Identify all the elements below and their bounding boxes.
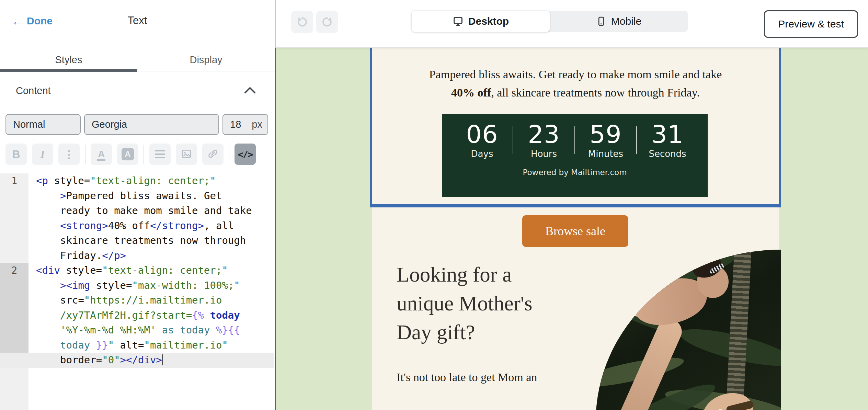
mobile-icon xyxy=(596,16,606,26)
tab-display[interactable]: Display xyxy=(137,50,275,69)
toolbar-divider xyxy=(144,145,144,164)
browse-sale-button[interactable]: Browse sale xyxy=(522,215,628,247)
timer-value: 59 xyxy=(590,122,622,147)
line-number-gutter xyxy=(0,218,28,234)
timer-label: Hours xyxy=(531,149,557,159)
desktop-label: Desktop xyxy=(468,15,509,27)
preview-and-test-button[interactable]: Preview & test xyxy=(764,10,858,38)
font-size-value: 18 xyxy=(230,119,241,130)
html-source-editor[interactable]: 1<p style="text-align: center;">Pampered… xyxy=(0,173,274,410)
content-section-label: Content xyxy=(16,85,51,96)
selection-border-bottom xyxy=(370,204,781,207)
device-toggle: Desktop Mobile xyxy=(412,11,688,32)
code-line: <strong>40% off</strong>, all xyxy=(28,218,274,234)
heading-line: unique Mother's xyxy=(397,289,533,318)
text-cursor xyxy=(162,354,163,365)
code-line: >Pampered bliss awaits. Get xyxy=(28,189,274,204)
text-block-settings-panel: ← Done Text Styles Display Content Norma… xyxy=(0,0,275,410)
chevron-up-icon[interactable] xyxy=(242,84,258,97)
code-line: border="0"></div> xyxy=(28,353,274,368)
font-family-dropdown[interactable]: Georgia xyxy=(84,114,219,135)
tab-styles[interactable]: Styles xyxy=(0,50,137,69)
italic-icon: I xyxy=(41,148,45,161)
font-size-unit: px xyxy=(252,119,262,130)
code-line: <p style="text-align: center;" xyxy=(28,173,274,189)
toolbar-divider xyxy=(229,145,229,164)
timer-unit-days: 06Days xyxy=(452,122,513,159)
image-button[interactable] xyxy=(176,144,197,165)
selected-text-block[interactable]: Pampered bliss awaits. Get ready to make… xyxy=(392,65,758,102)
code-row: >Pampered bliss awaits. Get xyxy=(0,189,274,204)
redo-button[interactable] xyxy=(316,11,338,33)
highlight-color-button[interactable]: A xyxy=(117,144,138,165)
timer-label: Minutes xyxy=(588,149,623,159)
app-window: ← Done Text Styles Display Content Norma… xyxy=(0,0,868,410)
email-body: Pampered bliss awaits. Get ready to make… xyxy=(372,48,779,410)
countdown-timer-image[interactable]: 06Days23Hours59Minutes31Seconds Powered … xyxy=(442,114,708,197)
timer-label: Seconds xyxy=(649,149,686,159)
code-line: Friday.</p> xyxy=(28,248,274,263)
code-row: ><img style="max-width: 100%;" xyxy=(0,278,274,293)
panel-title: Text xyxy=(0,14,275,27)
font-size-input[interactable]: 18 px xyxy=(222,114,268,135)
line-number-gutter xyxy=(0,203,28,218)
code-row: /xy7TArMf2H.gif?start={% today xyxy=(0,308,274,323)
timer-unit-hours: 23Hours xyxy=(513,122,574,159)
line-number-gutter xyxy=(0,278,28,293)
code-line: ><img style="max-width: 100%;" xyxy=(28,278,274,293)
desktop-toggle[interactable]: Desktop xyxy=(412,11,550,32)
code-row: src="https://i.mailtimer.io xyxy=(0,293,274,308)
line-number-gutter xyxy=(0,323,28,338)
mothers-day-section[interactable]: Looking for aunique Mother'sDay gift? It… xyxy=(372,244,779,410)
font-family-value: Georgia xyxy=(92,119,127,130)
mobile-toggle[interactable]: Mobile xyxy=(550,11,688,32)
code-row: ready to make mom smile and take xyxy=(0,203,274,218)
link-icon xyxy=(207,148,219,161)
code-line: ready to make mom smile and take xyxy=(28,203,274,218)
mother-baby-photo xyxy=(596,250,781,410)
code-line: '%Y-%m-%d %H:%M' as today %}{{ xyxy=(28,323,274,338)
section-body-text: It's not too late to get Mom an xyxy=(397,371,537,384)
highlight-color-icon: A xyxy=(122,148,134,160)
bold-icon: B xyxy=(12,148,20,161)
preview-toolbar: Desktop Mobile Preview & test xyxy=(276,0,868,48)
line-number-gutter xyxy=(0,308,28,323)
source-code-button[interactable]: </> xyxy=(235,144,256,165)
code-line: src="https://i.mailtimer.io xyxy=(28,293,274,308)
email-preview-canvas: Pampered bliss awaits. Get ready to make… xyxy=(276,48,868,410)
text-color-button[interactable]: A xyxy=(91,144,112,165)
selection-border-left xyxy=(370,48,372,207)
line-number-gutter xyxy=(0,293,28,308)
line-number-gutter: 2 xyxy=(0,263,28,278)
selection-border-right xyxy=(779,48,781,207)
timer-unit-seconds: 31Seconds xyxy=(637,122,698,159)
redo-icon xyxy=(321,16,333,28)
heading-line: Day gift? xyxy=(397,318,533,347)
paragraph-rest: , all skincare treatments now through Fr… xyxy=(491,86,700,99)
active-tab-underline xyxy=(0,69,137,72)
paragraph-style-dropdown[interactable]: Normal xyxy=(5,114,81,135)
more-options-button[interactable]: ⋮ xyxy=(58,144,80,165)
code-row: today }}" alt="mailtimer.io" xyxy=(0,338,274,353)
italic-button[interactable]: I xyxy=(32,144,53,165)
undo-button[interactable] xyxy=(291,11,313,33)
align-button[interactable] xyxy=(149,144,171,165)
code-row: 1<p style="text-align: center;" xyxy=(0,173,274,189)
panel-header: ← Done Text xyxy=(0,0,275,41)
countdown-units: 06Days23Hours59Minutes31Seconds xyxy=(442,122,708,159)
code-row: 2<div style="text-align: center;" xyxy=(0,263,274,278)
timer-label: Days xyxy=(471,149,493,159)
line-number-gutter: 1 xyxy=(0,173,28,189)
code-line: /xy7TArMf2H.gif?start={% today xyxy=(28,308,274,323)
bold-button[interactable]: B xyxy=(5,144,27,165)
source-code-icon: </> xyxy=(238,149,253,160)
text-color-icon: A xyxy=(97,149,105,159)
image-icon xyxy=(181,148,192,161)
link-button[interactable] xyxy=(202,144,224,165)
code-row: skincare treatments now through xyxy=(0,233,274,248)
timer-value: 31 xyxy=(651,122,684,147)
code-line: <div style="text-align: center;" xyxy=(28,263,274,278)
line-number-gutter xyxy=(0,189,28,204)
code-row: '%Y-%m-%d %H:%M' as today %}{{ xyxy=(0,323,274,338)
line-number-gutter xyxy=(0,353,28,368)
